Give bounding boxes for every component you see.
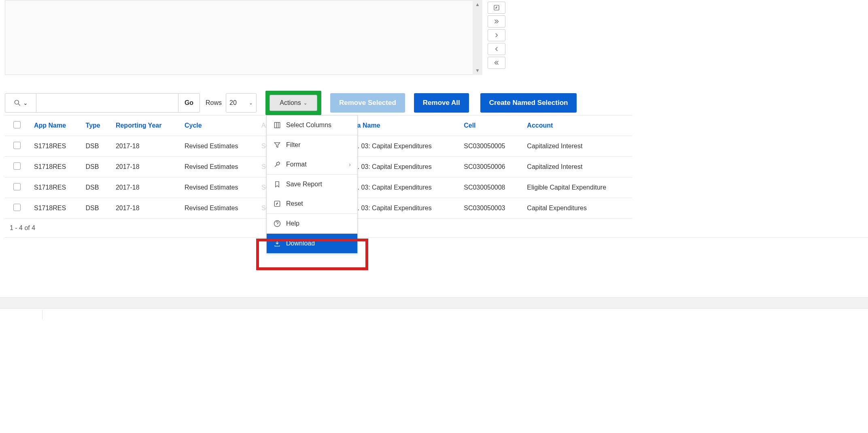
actions-button[interactable]: Actions ⌄ xyxy=(270,95,317,111)
menu-filter-label: Filter xyxy=(286,141,301,149)
menu-help[interactable]: Help xyxy=(267,214,357,233)
cell-reporting-year: 2017-18 xyxy=(111,177,180,198)
menu-format-label: Format xyxy=(286,161,307,168)
actions-button-highlight: Actions ⌄ xyxy=(265,91,321,115)
cell-cell: SC030050008 xyxy=(459,177,522,198)
download-icon xyxy=(273,239,281,247)
rows-select-value: 20 xyxy=(229,99,237,107)
menu-download[interactable]: Download xyxy=(267,234,357,253)
cell-app-name: S1718RES xyxy=(29,136,81,157)
cell-cell: SC030050005 xyxy=(459,136,522,157)
nav-reset-button[interactable] xyxy=(488,2,505,14)
menu-download-label: Download xyxy=(286,240,315,247)
actions-button-label: Actions xyxy=(280,99,301,107)
cell-reporting-year: 2017-18 xyxy=(111,157,180,177)
menu-save-report-label: Save Report xyxy=(286,181,322,188)
cell-cell: SC030050003 xyxy=(459,198,522,219)
svg-point-1 xyxy=(15,100,19,104)
search-icon xyxy=(13,99,21,107)
remove-all-button[interactable]: Remove All xyxy=(414,93,469,113)
cell-type: DSB xyxy=(81,157,111,177)
nav-right-button[interactable] xyxy=(488,29,505,41)
chevron-right-icon: › xyxy=(349,161,351,168)
chevron-down-icon: ⌄ xyxy=(303,100,307,106)
results-table: App Name Type Reporting Year Cycle Area … xyxy=(5,115,868,238)
nav-double-left-button[interactable] xyxy=(488,57,505,69)
menu-reset-label: Reset xyxy=(286,200,303,207)
columns-icon xyxy=(273,121,281,129)
row-checkbox[interactable] xyxy=(13,183,21,190)
cell-app-name: S1718RES xyxy=(29,177,81,198)
go-button[interactable]: Go xyxy=(178,93,200,113)
cell-cycle: Revised Estimates xyxy=(180,136,257,157)
row-checkbox[interactable] xyxy=(13,162,21,170)
menu-format[interactable]: Format › xyxy=(267,155,357,174)
actions-menu: Select Columns Filter Format › Save Repo… xyxy=(266,115,358,254)
toolbar: ⌄ Go Rows 20 ⌄ Actions ⌄ Remove Selected… xyxy=(5,91,577,115)
menu-help-label: Help xyxy=(286,220,299,227)
search-input[interactable] xyxy=(36,93,178,113)
cell-cell: SC030050006 xyxy=(459,157,522,177)
cell-area-name: Sch. 03: Capital Expenditures xyxy=(342,136,459,157)
col-cycle[interactable]: Cycle xyxy=(180,115,257,136)
col-cell[interactable]: Cell xyxy=(459,115,522,136)
rows-select[interactable]: 20 ⌄ xyxy=(226,93,257,113)
menu-reset[interactable]: Reset xyxy=(267,194,357,213)
search-column-picker[interactable]: ⌄ xyxy=(5,93,36,113)
reset-icon xyxy=(273,200,281,208)
shuttle-nav xyxy=(488,2,505,69)
row-checkbox[interactable] xyxy=(13,204,21,211)
chevron-down-icon: ⌄ xyxy=(23,100,28,106)
status-strip xyxy=(0,310,42,320)
help-icon xyxy=(273,220,281,228)
cell-reporting-year: 2017-18 xyxy=(111,136,180,157)
cell-area-name: Sch. 03: Capital Expenditures xyxy=(342,157,459,177)
footer-bar xyxy=(0,297,868,309)
cell-cycle: Revised Estimates xyxy=(180,198,257,219)
cell-cycle: Revised Estimates xyxy=(180,157,257,177)
menu-select-columns[interactable]: Select Columns xyxy=(267,115,357,135)
col-area-name[interactable]: Area Name xyxy=(342,115,459,136)
cell-account: Capitalized Interest xyxy=(522,157,632,177)
col-app-name[interactable]: App Name xyxy=(29,115,81,136)
cell-area-name: Sch. 03: Capital Expenditures xyxy=(342,198,459,219)
menu-filter[interactable]: Filter xyxy=(267,135,357,155)
cell-account: Capital Expenditures xyxy=(522,198,632,219)
col-account[interactable]: Account xyxy=(522,115,632,136)
chevron-down-icon: ⌄ xyxy=(249,100,253,106)
cell-type: DSB xyxy=(81,198,111,219)
col-reporting-year[interactable]: Reporting Year xyxy=(111,115,180,136)
nav-left-button[interactable] xyxy=(488,43,505,55)
create-named-selection-button[interactable]: Create Named Selection xyxy=(480,93,577,113)
select-all-checkbox[interactable] xyxy=(13,121,21,128)
scroll-up-icon[interactable]: ▲ xyxy=(473,0,482,9)
col-type[interactable]: Type xyxy=(81,115,111,136)
rows-label: Rows xyxy=(206,99,222,107)
menu-select-columns-label: Select Columns xyxy=(286,122,331,129)
cell-app-name: S1718RES xyxy=(29,157,81,177)
remove-selected-button[interactable]: Remove Selected xyxy=(330,93,405,113)
wrench-icon xyxy=(273,160,281,169)
nav-double-right-button[interactable] xyxy=(488,15,505,28)
select-all-header[interactable] xyxy=(5,115,29,136)
row-checkbox[interactable] xyxy=(13,142,21,149)
cell-reporting-year: 2017-18 xyxy=(111,198,180,219)
cell-account: Eligible Capital Expenditure xyxy=(522,177,632,198)
cell-type: DSB xyxy=(81,177,111,198)
svg-rect-2 xyxy=(274,122,280,128)
menu-save-report[interactable]: Save Report xyxy=(267,175,357,194)
cell-type: DSB xyxy=(81,136,111,157)
cell-app-name: S1718RES xyxy=(29,198,81,219)
bookmark-icon xyxy=(273,180,281,188)
upper-panel-scrollbar[interactable]: ▲ ▼ xyxy=(473,0,482,75)
funnel-icon xyxy=(273,141,281,149)
scroll-down-icon[interactable]: ▼ xyxy=(473,66,482,75)
cell-account: Capitalized Interest xyxy=(522,136,632,157)
cell-area-name: Sch. 03: Capital Expenditures xyxy=(342,177,459,198)
cell-cycle: Revised Estimates xyxy=(180,177,257,198)
upper-panel xyxy=(5,0,482,75)
pager-text: 1 - 4 of 4 xyxy=(5,219,868,238)
